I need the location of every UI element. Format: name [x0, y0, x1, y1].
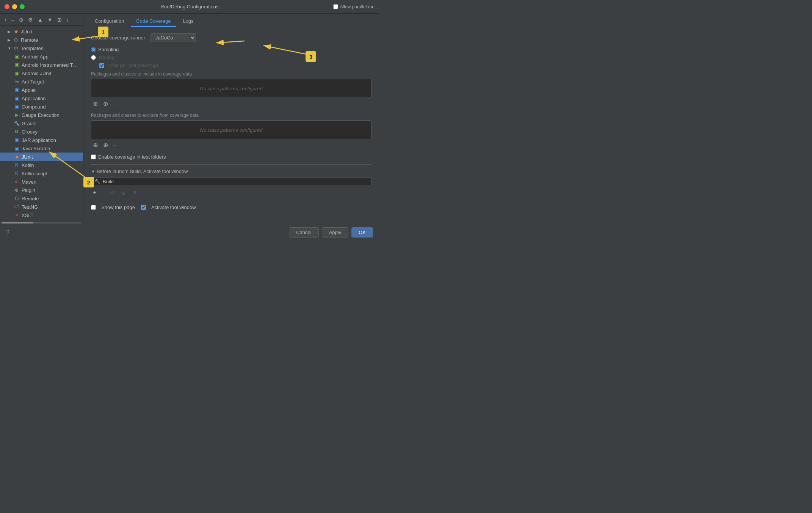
sidebar-item-templates-root[interactable]: ▼ ⚙ Templates — [0, 44, 83, 52]
sampling-radio[interactable] — [91, 47, 96, 52]
applet-icon: ▣ — [14, 87, 20, 93]
add-button[interactable]: + — [2, 16, 8, 24]
sidebar-item-plugin[interactable]: ⊕ Plugin — [0, 186, 83, 194]
help-button[interactable]: ? — [6, 229, 9, 236]
sidebar-item-gradle[interactable]: 🔧 Gradle — [0, 119, 83, 127]
include-empty-label: No class patterns configured — [200, 86, 263, 91]
coverage-mode-group: Sampling Tracing Track per test coverage — [91, 47, 372, 68]
allow-parallel-label: Allow parallel run — [340, 4, 375, 9]
minimize-button[interactable] — [12, 4, 17, 9]
allow-parallel-row[interactable]: Allow parallel run — [333, 4, 375, 9]
close-button[interactable] — [5, 4, 9, 9]
scrollbar-track[interactable] — [2, 222, 82, 223]
sidebar-item-kotlin-script[interactable]: K Kotlin script — [0, 169, 83, 178]
kotlin-icon: K — [14, 162, 20, 168]
sidebar-item-remote-root[interactable]: ▶ ⬡ Remote — [0, 36, 83, 44]
sidebar-item-application[interactable]: ▣ Application — [0, 94, 83, 102]
sidebar-item-compound[interactable]: ▣ Compound — [0, 102, 83, 111]
show-page-row: Show this page — [91, 205, 135, 210]
coverage-runner-select[interactable]: JaCoCo IDEA — [150, 33, 196, 42]
tab-logs[interactable]: Logs — [177, 16, 199, 27]
before-launch-up-button[interactable]: ▲ — [119, 188, 129, 197]
show-page-label: Show this page — [101, 205, 135, 210]
apply-button[interactable]: Apply — [322, 227, 349, 238]
sidebar-item-groovy[interactable]: G Groovy — [0, 127, 83, 136]
sidebar-item-junit-root[interactable]: ▶ ◆ JUnit — [0, 27, 83, 36]
sidebar-item-android-instrumented[interactable]: ▣ Android Instrumented T… — [0, 61, 83, 69]
sidebar-item-ant-target[interactable]: 🐜 Ant Target — [0, 77, 83, 86]
remote-template-icon: ⬡ — [14, 196, 20, 201]
sidebar-item-android-junit[interactable]: ▣ Android JUnit — [0, 69, 83, 77]
before-launch-title: Before launch: Build, Activate tool wind… — [97, 168, 188, 174]
folder-button[interactable]: ⊞ — [56, 16, 63, 24]
tab-code-coverage[interactable]: Code Coverage — [131, 16, 176, 27]
remove-button[interactable]: – — [10, 16, 16, 24]
move-up-button[interactable]: ▲ — [36, 16, 44, 24]
track-per-test-label: Track per test coverage — [107, 63, 158, 68]
sidebar-item-label: Ant Target — [22, 79, 44, 85]
tracing-label: Tracing — [98, 55, 114, 60]
sidebar-item-label: Maven — [22, 179, 36, 185]
sidebar-scrollbar[interactable] — [0, 221, 83, 224]
sidebar-item-kotlin[interactable]: K Kotlin — [0, 161, 83, 169]
footer-buttons: Cancel Apply OK — [289, 227, 373, 238]
sidebar-item-xslt[interactable]: ✕ XSLT — [0, 211, 83, 219]
include-add-package-button[interactable]: ⊕ — [91, 99, 100, 108]
sidebar-tree: ▶ ◆ JUnit ▶ ⬡ Remote ▼ ⚙ Templates — [0, 26, 83, 221]
include-remove-button[interactable]: – — [111, 99, 119, 108]
copy-button[interactable]: ⊕ — [17, 16, 25, 24]
sidebar-item-gauge[interactable]: ▶ Gauge Execution — [0, 111, 83, 119]
before-launch-header: ▼ Before launch: Build, Activate tool wi… — [91, 168, 372, 174]
tracing-radio[interactable] — [91, 55, 96, 60]
application-icon: ▣ — [14, 96, 20, 101]
track-per-test-checkbox[interactable] — [99, 63, 104, 68]
activate-tool-window-checkbox[interactable] — [141, 205, 146, 210]
allow-parallel-checkbox[interactable] — [333, 4, 338, 9]
build-item: 🔨 Build — [91, 177, 372, 186]
move-down-button[interactable]: ▼ — [46, 16, 54, 24]
tracing-row: Tracing — [91, 55, 372, 60]
sidebar-item-applet[interactable]: ▣ Applet — [0, 86, 83, 94]
android-app-icon: ▣ — [14, 54, 20, 59]
sort-button[interactable]: ↕ — [65, 16, 71, 24]
exclude-add-package-button[interactable]: ⊕ — [91, 141, 100, 149]
settings-button[interactable]: ⚙ — [27, 16, 34, 24]
tab-configuration[interactable]: Configuration — [89, 16, 129, 27]
exclude-add-class-button[interactable]: ⊕ — [101, 141, 110, 149]
before-launch-down-button[interactable]: ▼ — [130, 188, 140, 197]
window-title: Run/Debug Configurations — [160, 4, 218, 9]
enable-coverage-checkbox[interactable] — [91, 154, 96, 159]
titlebar: Run/Debug Configurations Allow parallel … — [0, 0, 379, 14]
activate-tool-window-label: Activate tool window — [151, 205, 196, 210]
expand-arrow: ▶ — [8, 30, 12, 34]
groovy-icon: G — [14, 129, 20, 134]
cancel-button[interactable]: Cancel — [289, 227, 318, 238]
sidebar-item-label: JAR Application — [22, 137, 56, 143]
annotation-badge-2: 2 — [83, 177, 94, 187]
sidebar-item-android-app[interactable]: ▣ Android App — [0, 52, 83, 61]
sidebar-item-label: Applet — [22, 87, 36, 93]
sidebar-item-remote[interactable]: ⬡ Remote — [0, 194, 83, 203]
maximize-button[interactable] — [20, 4, 25, 9]
sidebar-item-maven[interactable]: m Maven — [0, 178, 83, 186]
sidebar-item-label: TestNG — [22, 204, 38, 210]
show-page-checkbox[interactable] — [91, 205, 96, 210]
before-launch-edit-button[interactable]: ✏ — [108, 188, 117, 197]
before-launch-add-button[interactable]: + — [91, 188, 98, 197]
sidebar-item-testng[interactable]: NG TestNG — [0, 203, 83, 211]
sidebar-item-label: Compound — [22, 104, 46, 110]
junit-icon: ◆ — [13, 29, 19, 34]
before-launch-remove-button[interactable]: – — [100, 188, 107, 197]
sidebar-item-junit[interactable]: ◆ JUnit — [0, 153, 83, 161]
exclude-remove-button[interactable]: – — [111, 141, 119, 149]
templates-icon: ⚙ — [13, 46, 19, 51]
before-launch-section: ▼ Before launch: Build, Activate tool wi… — [91, 164, 372, 197]
window-controls[interactable] — [5, 4, 25, 9]
exclude-empty-label: No class patterns configured — [200, 127, 263, 133]
sidebar-item-jar-application[interactable]: ▣ JAR Application — [0, 136, 83, 144]
main-layout: + – ⊕ ⚙ ▲ ▼ ⊞ ↕ ▶ ◆ JUnit ▶ ⬡ — [0, 14, 379, 224]
sidebar-item-java-scratch[interactable]: ▣ Java Scratch — [0, 144, 83, 153]
ok-button[interactable]: OK — [351, 227, 373, 238]
include-add-class-button[interactable]: ⊕ — [101, 99, 110, 108]
tabs: Configuration Code Coverage Logs — [83, 14, 379, 27]
